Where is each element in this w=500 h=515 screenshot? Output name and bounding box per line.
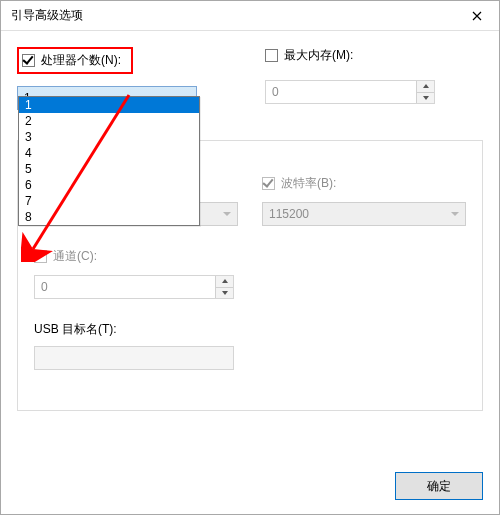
chevron-down-icon — [223, 212, 231, 216]
processors-option[interactable]: 7 — [19, 193, 199, 209]
channel-spin-up[interactable] — [216, 276, 233, 288]
processors-option[interactable]: 5 — [19, 161, 199, 177]
processors-label: 处理器个数(N): — [41, 52, 121, 69]
baud-label: 波特率(B): — [281, 175, 336, 192]
close-icon — [472, 11, 482, 21]
channel-checkbox[interactable] — [34, 250, 47, 263]
channel-value: 0 — [35, 276, 215, 298]
maxmem-spin-up[interactable] — [417, 81, 434, 93]
processors-option[interactable]: 8 — [19, 209, 199, 225]
triangle-down-icon — [222, 291, 228, 295]
channel-spin-down[interactable] — [216, 288, 233, 299]
triangle-up-icon — [423, 84, 429, 88]
channel-label: 通道(C): — [53, 248, 97, 265]
dialog-window: 引导高级选项 处理器个数(N): 1 最大内存(M): — [0, 0, 500, 515]
processors-option[interactable]: 6 — [19, 177, 199, 193]
maxmem-value: 0 — [266, 81, 416, 103]
button-bar: 确定 — [1, 466, 499, 514]
ok-button[interactable]: 确定 — [395, 472, 483, 500]
usb-label: USB 目标名(T): — [34, 321, 466, 338]
ok-button-label: 确定 — [427, 478, 451, 495]
baud-value: 115200 — [269, 207, 451, 221]
maxmem-label: 最大内存(M): — [284, 47, 353, 64]
usb-target-input[interactable] — [34, 346, 234, 370]
maxmem-spin-down[interactable] — [417, 93, 434, 104]
processors-option[interactable]: 3 — [19, 129, 199, 145]
maxmem-spinner[interactable]: 0 — [265, 80, 435, 104]
triangle-down-icon — [423, 96, 429, 100]
baud-checkbox[interactable] — [262, 177, 275, 190]
baud-combo[interactable]: 115200 — [262, 202, 466, 226]
processors-dropdown-list[interactable]: 12345678 — [18, 96, 200, 226]
triangle-up-icon — [222, 279, 228, 283]
processors-checkbox[interactable] — [22, 54, 35, 67]
channel-spinner[interactable]: 0 — [34, 275, 234, 299]
processors-option[interactable]: 1 — [19, 97, 199, 113]
maxmem-checkbox[interactable] — [265, 49, 278, 62]
processors-option[interactable]: 2 — [19, 113, 199, 129]
close-button[interactable] — [454, 1, 499, 31]
chevron-down-icon — [451, 212, 459, 216]
processors-option[interactable]: 4 — [19, 145, 199, 161]
titlebar: 引导高级选项 — [1, 1, 499, 31]
processors-highlight: 处理器个数(N): — [17, 47, 133, 74]
window-title: 引导高级选项 — [11, 7, 454, 24]
